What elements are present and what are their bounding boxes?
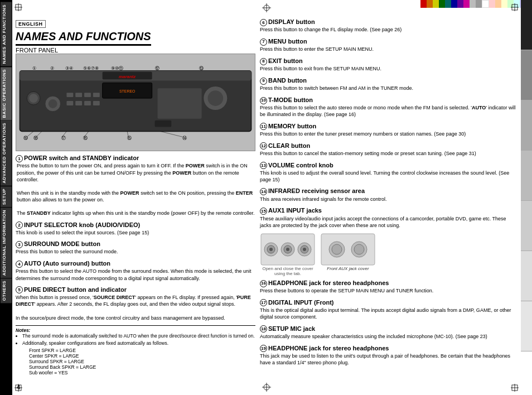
reg-cross-bottom: [262, 383, 271, 392]
body-pure: When this button is pressed once, 'SOURC…: [16, 294, 255, 321]
right-column: 6DISPLAY button Press this button to cha…: [260, 18, 516, 370]
svg-text:②: ②: [50, 66, 54, 71]
front-aux-label: Front AUX jack cover: [320, 266, 376, 271]
sidebar-tab-advanced[interactable]: ADVANCED OPERATIONS: [1, 121, 12, 186]
sub-note-0: Front SPKR = LARGE: [29, 348, 255, 353]
sidebar-tab-others[interactable]: OTHERS: [1, 278, 12, 303]
body-cursor: Press these buttons to operate the SETUP…: [260, 287, 516, 295]
num-17: 17: [260, 299, 267, 306]
desc-tmode: 10T-MODE button Press this button to sel…: [260, 96, 516, 118]
svg-line-36: [36, 131, 42, 137]
num-3: 3: [16, 241, 23, 248]
sidebar-tab-additional[interactable]: ADDITIONAL INFORMATION: [1, 208, 12, 278]
svg-rect-15: [66, 93, 73, 97]
desc-aux: 15AUX1 INPUT jacks These auxiliary video…: [260, 206, 516, 229]
svg-line-40: [160, 131, 182, 137]
svg-text:⑯: ⑯: [83, 136, 88, 141]
svg-rect-18: [93, 93, 100, 97]
title-mic: SETUP MIC jack: [268, 325, 315, 332]
title-infrared: INFRARED receiving sensor area: [268, 187, 365, 194]
num-4: 4: [16, 261, 23, 268]
desc-mic: 18SETUP MIC jack Automatically measure s…: [260, 325, 516, 340]
device-image: marantz ① ② ③④ ⑤⑥⑦⑧ ⑨⑩⑪ ⑫ ⑬ STEREO: [16, 54, 255, 151]
body-infrared: This area receives infrared signals for …: [260, 196, 516, 203]
num-14: 14: [260, 188, 267, 195]
svg-text:①: ①: [32, 66, 36, 71]
body-display: Press this button to change the FL displ…: [260, 26, 516, 33]
left-descriptions: 1POWER switch and STANDBY indicator Pres…: [16, 154, 255, 375]
svg-text:STEREO: STEREO: [119, 89, 136, 93]
body-surround: Press this button to select the surround…: [16, 248, 255, 256]
notes-section: Notes: The surround mode is automaticall…: [16, 325, 255, 375]
desc-exit: 8EXIT button Press this button to exit f…: [260, 57, 516, 73]
title-cursor: HEADPHONE jack for stereo headphones: [268, 280, 389, 286]
title-band: BAND button: [268, 77, 307, 84]
body-power: Press the button to turn the power ON, a…: [16, 162, 255, 216]
num-6: 6: [260, 19, 267, 26]
svg-point-44: [269, 248, 273, 251]
num-19: 19: [260, 345, 267, 352]
svg-text:⑤⑥⑦⑧: ⑤⑥⑦⑧: [83, 66, 99, 71]
title-clear: CLEAR button: [268, 142, 310, 149]
left-sidebar: NAMES AND FUNCTIONS BASIC OPERATIONS ADV…: [0, 0, 12, 395]
svg-text:⑭: ⑭: [182, 136, 187, 141]
desc-power: 1POWER switch and STANDBY indicator Pres…: [16, 154, 255, 217]
sidebar-tab-basic[interactable]: BASIC OPERATIONS: [1, 67, 12, 120]
aux-jack-image-1: [260, 233, 316, 266]
body-input: This knob is used to select the input so…: [16, 229, 255, 236]
sidebar-tab-names[interactable]: NAMES AND FUNCTIONS: [1, 2, 12, 66]
svg-text:⑱: ⑱: [33, 136, 38, 141]
svg-point-26: [208, 90, 224, 106]
desc-display: 6DISPLAY button Press this button to cha…: [260, 18, 516, 33]
page-title: NAMES AND FUNCTIONS: [16, 30, 151, 46]
title-input: INPUT SELECTOR knob (AUDIO/VIDEO): [24, 221, 140, 228]
svg-rect-24: [93, 101, 100, 105]
body-memory: Press this button to enter the tuner pre…: [260, 131, 516, 138]
sub-note-1: Center SPKR = LARGE: [29, 353, 255, 359]
title-display: DISPLAY button: [268, 18, 315, 25]
title-aux: AUX1 INPUT jacks: [268, 207, 322, 214]
desc-infrared: 14INFRARED receiving sensor area This ar…: [260, 187, 516, 203]
corner-bl: [14, 384, 22, 392]
svg-rect-22: [75, 101, 82, 105]
reg-cross-top: [262, 3, 271, 12]
corner-tl: [14, 3, 22, 11]
aux-images: Open and close the cover using the tab. …: [260, 233, 516, 276]
title-tmode: T-MODE button: [268, 97, 313, 103]
note-item-1: Additionally, speaker configurations are…: [22, 340, 255, 346]
desc-headphone: 19HEADPHONE jack for stereo headphones T…: [260, 344, 516, 367]
num-5: 5: [16, 286, 23, 293]
num-1: 1: [16, 155, 23, 162]
svg-text:⑫: ⑫: [155, 66, 159, 71]
num-7: 7: [260, 38, 267, 46]
aux-jack-image-2: [320, 233, 376, 266]
body-volume: This knob is used to adjust the overall …: [260, 170, 516, 183]
num-11: 11: [260, 123, 267, 130]
sidebar-tab-setup[interactable]: SETUP: [1, 186, 12, 207]
svg-point-12: [29, 94, 38, 103]
body-digital: This is the optical digital audio input …: [260, 307, 516, 320]
num-15: 15: [260, 208, 267, 215]
desc-input: 2INPUT SELECTOR knob (AUDIO/VIDEO) This …: [16, 221, 255, 237]
svg-rect-16: [75, 93, 82, 97]
title-digital: DIGITAL INPUT (Front): [268, 299, 334, 306]
svg-text:⑨⑩⑪: ⑨⑩⑪: [111, 66, 123, 71]
body-tmode: Press this button to select the auto ste…: [260, 104, 516, 118]
body-headphone: This jack may be used to listen to the u…: [260, 353, 516, 366]
body-exit: Press this button to exit from the SETUP…: [260, 65, 516, 73]
title-exit: EXIT button: [268, 57, 303, 64]
sub-note-2: Surround SPKR = LARGE: [29, 359, 255, 364]
svg-rect-27: [158, 88, 202, 118]
note-item-0: The surround mode is automatically switc…: [22, 333, 255, 339]
svg-text:⑮: ⑮: [127, 136, 132, 141]
title-volume: VOLUME control knob: [268, 162, 333, 168]
desc-digital: 17DIGITAL INPUT (Front) This is the opti…: [260, 298, 516, 321]
body-band: Press this button to switch between FM a…: [260, 85, 516, 92]
svg-text:⑬: ⑬: [199, 66, 204, 71]
desc-menu: 7MENU button Press this button to enter …: [260, 37, 516, 53]
desc-cursor: 16HEADPHONE jack for stereo headphones P…: [260, 279, 516, 295]
sub-note-4: Sub woofer = YES: [29, 370, 255, 375]
num-16: 16: [260, 280, 267, 287]
desc-surround: 3SURROUND MODE button Press this button …: [16, 240, 255, 256]
desc-pure: 5PURE DIRECT button and indicator When t…: [16, 286, 255, 321]
